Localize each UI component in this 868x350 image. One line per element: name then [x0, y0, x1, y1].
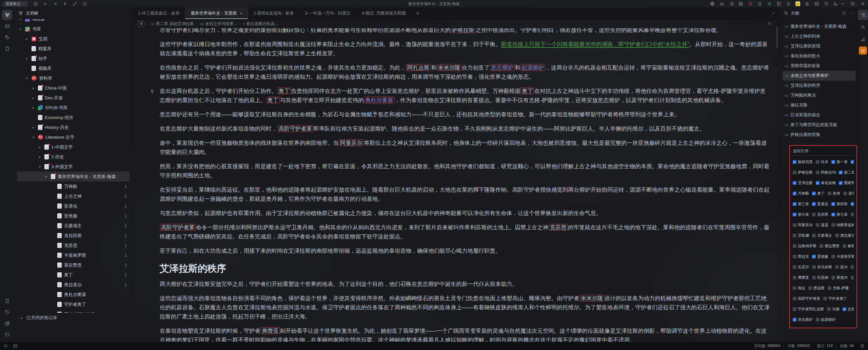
- paragraph-block[interactable]: 在安排妥当后，莱继续向西远征。在那里，他和他的追随者将起源熔炉安放在地面上。随着…: [160, 185, 770, 203]
- virtual-ref-checkbox[interactable]: 艾欧娜: [793, 233, 809, 238]
- dock-tree-graph-button[interactable]: [2, 10, 12, 20]
- tree-arrow[interactable]: ▾: [25, 76, 29, 80]
- virtual-ref-checkbox[interactable]: 恩佐斯: [808, 286, 825, 291]
- tree-item[interactable]: Economy-经济: [17, 113, 130, 122]
- virtual-ref[interactable]: 米米尔隆: [437, 64, 461, 71]
- breadcrumb-item[interactable]: H1第二章 原始艾泽拉斯: [151, 21, 194, 27]
- checked-checkbox-icon[interactable]: [839, 181, 843, 185]
- virtual-ref-checkbox[interactable]: 高阶守护者莱: [793, 296, 820, 301]
- virtual-ref-checkbox[interactable]: 黑暗帝国: [839, 180, 854, 186]
- ban-button[interactable]: [33, 1, 38, 6]
- tree-item[interactable]: ▾Wucai: [17, 19, 130, 24]
- tree-item[interactable]: 亚煞极1: [17, 211, 130, 221]
- virtual-ref[interactable]: 奥丁: [267, 97, 280, 103]
- virtual-ref-checkbox[interactable]: 阿格拉玛: [816, 170, 836, 175]
- outline-item[interactable]: H2巨龙军团的诞生: [783, 110, 856, 120]
- virtual-ref-checkbox[interactable]: 阿扎达斯: [851, 265, 854, 270]
- tree-arrow[interactable]: ▸: [31, 96, 36, 100]
- block-ref[interactable]: 意志熔炉: [490, 64, 514, 71]
- tab-list-button[interactable]: [768, 7, 779, 19]
- virtual-ref-checkbox[interactable]: 克苏恩: [812, 212, 828, 217]
- unchecked-checkbox-icon[interactable]: [793, 265, 796, 269]
- tree-item[interactable]: 奥拉基尔1: [17, 280, 130, 290]
- dock-edit-button[interactable]: [2, 318, 12, 328]
- checked-checkbox-icon[interactable]: [812, 255, 816, 258]
- unchecked-checkbox-icon[interactable]: [793, 244, 796, 248]
- tree-item[interactable]: ▸知乎: [17, 54, 130, 63]
- virtual-ref-checkbox[interactable]: 交易: [843, 307, 854, 312]
- unchecked-checkbox-icon[interactable]: [793, 171, 796, 174]
- search-button[interactable]: [824, 1, 829, 6]
- editor-tab[interactable]: 1-许三观卖血记 - 余华: [133, 7, 185, 19]
- tree-arrow[interactable]: ▸: [31, 106, 36, 110]
- virtual-ref-checkbox[interactable]: 第四章: [831, 201, 848, 207]
- unchecked-checkbox-icon[interactable]: [831, 255, 835, 258]
- paragraph-block[interactable]: 途中，莱发现仍有一些亚煞极物质形体的残块散落在世界的南部地带。当阿曼苏尔将那位上…: [160, 138, 770, 157]
- tree-item[interactable]: ▸1-中国文学: [17, 142, 130, 152]
- tree-item[interactable]: ▸China-中国: [17, 83, 130, 93]
- unchecked-checkbox-icon[interactable]: [793, 223, 796, 227]
- gear-green-button[interactable]: [767, 1, 772, 6]
- paragraph-block[interactable]: 这些守护者夜以继日地辛勤劳作，在那道伤痕周围制造出魔法结界来阻止生命之力向外流淌…: [160, 40, 770, 58]
- unchecked-checkbox-icon[interactable]: [808, 286, 812, 290]
- virtual-ref-checkbox[interactable]: 尤格-萨隆: [828, 286, 849, 291]
- paragraph-block[interactable]: 至于莱自己，则在大功告成之后，用接下来的时间在艾泽拉斯的南部地带徘徊，远远监视他…: [160, 246, 770, 255]
- route-button[interactable]: [73, 1, 77, 6]
- unchecked-checkbox-icon[interactable]: [831, 276, 835, 279]
- virtual-ref-checkbox[interactable]: 奥拉基尔: [835, 233, 854, 238]
- tree-item[interactable]: 克拉西斯1: [17, 231, 130, 240]
- virtual-ref-checkbox[interactable]: 提尔: [835, 265, 848, 270]
- virtual-ref-checkbox[interactable]: 目录: [816, 159, 828, 164]
- unchecked-checkbox-icon[interactable]: [820, 244, 823, 248]
- virtual-ref-checkbox[interactable]: 马顿: [827, 307, 840, 312]
- checked-checkbox-icon[interactable]: [793, 192, 796, 195]
- virtual-ref-checkbox[interactable]: 瓦尼尔: [793, 265, 809, 270]
- paragraph-block[interactable]: 然而，莱并没有把他的心脏直接摧毁，而是建造了一处地下密窟，将它藏在里面，令其邪恶…: [160, 162, 770, 180]
- unchecked-checkbox-icon[interactable]: [851, 213, 854, 216]
- virtual-ref-checkbox[interactable]: 显圣: [816, 222, 828, 228]
- unchecked-checkbox-icon[interactable]: [812, 234, 816, 237]
- sync-status-icon[interactable]: [860, 344, 865, 348]
- tree-item[interactable]: ▾Literature-文学: [17, 132, 130, 142]
- tree-item[interactable]: 奥杜尔要塞: [17, 290, 130, 299]
- outline-item[interactable]: H2艾泽拉斯的发现: [783, 41, 856, 51]
- virtual-ref[interactable]: 弗蕾亚: [261, 327, 280, 334]
- unchecked-checkbox-icon[interactable]: [816, 223, 820, 227]
- tree-arrow[interactable]: ▸: [25, 57, 29, 60]
- virtual-ref-checkbox[interactable]: 上古之神: [851, 159, 854, 164]
- tree-arrow[interactable]: ▸: [25, 37, 29, 41]
- tree-item[interactable]: ▸History-历史: [17, 122, 130, 132]
- puzzle-button[interactable]: [805, 1, 810, 6]
- unchecked-checkbox-icon[interactable]: [835, 265, 839, 269]
- phone-button[interactable]: [757, 1, 762, 6]
- tree-arrow[interactable]: ▸: [31, 125, 36, 129]
- virtual-ref-checkbox[interactable]: 纳斯雷兹姆: [831, 222, 854, 228]
- tree-arrow[interactable]: ▾: [18, 27, 23, 31]
- tree-item[interactable]: ▾魔兽世界编年史 - 克里斯·梅森: [17, 172, 130, 181]
- outline-item[interactable]: H2迦拉克隆: [783, 100, 856, 110]
- outline-item[interactable]: H2黑暗帝国的衰落: [783, 61, 856, 71]
- virtual-ref-checkbox[interactable]: 恩拉其: [793, 254, 809, 259]
- breadcrumb-item[interactable]: ¶造出这两台机器...: [243, 21, 278, 27]
- paragraph-block[interactable]: 这些忠诚而强大的泰坦造物各自扮演着不同的角色，保护着这个世界，并使其变得秩序井然…: [160, 294, 770, 321]
- unchecked-checkbox-icon[interactable]: [835, 234, 839, 237]
- tree-item[interactable]: 奥丁1: [17, 270, 130, 280]
- virtual-ref-checkbox[interactable]: 万神殿: [793, 191, 809, 196]
- arrow-left-button[interactable]: [43, 1, 48, 6]
- virtual-ref-checkbox[interactable]: 阿曼苏尔: [793, 222, 813, 228]
- virtual-ref-checkbox[interactable]: 第五章: [851, 201, 854, 207]
- unchecked-checkbox-icon[interactable]: [851, 265, 854, 269]
- tree-item[interactable]: 元素领主1: [17, 221, 130, 231]
- app-menu-button[interactable]: 思源笔记: [3, 1, 28, 7]
- virtual-ref[interactable]: 奥丁: [521, 88, 534, 94]
- virtual-ref-checkbox[interactable]: 托里姆: [812, 275, 828, 280]
- tree-item[interactable]: 塞拉赞恩1: [17, 260, 130, 270]
- outline-item[interactable]: H2上古之神的到来: [783, 32, 856, 41]
- paragraph-block[interactable]: 两大熔炉在艾泽拉斯安放完毕之后，守护者们开始重塑这个世界的地表。为了达到这个目的…: [160, 279, 770, 289]
- dock-tag-button[interactable]: [2, 307, 12, 317]
- image-button[interactable]: [738, 1, 743, 6]
- virtual-ref-checkbox[interactable]: 守护者奥丁: [823, 296, 847, 301]
- block-ref[interactable]: 起源熔炉: [521, 64, 545, 71]
- unchecked-checkbox-icon[interactable]: [812, 213, 816, 216]
- editor-tab[interactable]: 2-茶馆&龙须沟 - 老舍: [248, 7, 299, 19]
